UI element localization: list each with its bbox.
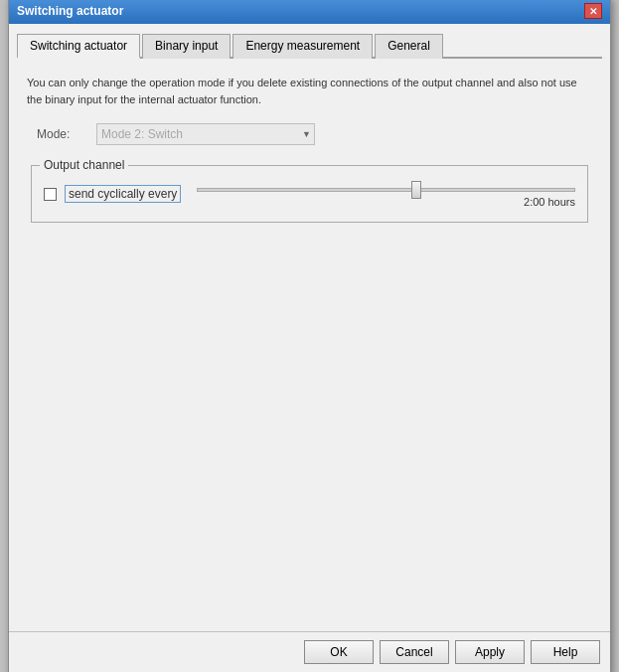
tab-energy-measurement[interactable]: Energy measurement — [232, 34, 373, 59]
cancel-button[interactable]: Cancel — [380, 640, 449, 664]
bottom-bar: OK Cancel Apply Help — [9, 631, 610, 672]
tab-bar: Switching actuator Binary input Energy m… — [17, 32, 602, 59]
mode-label: Mode: — [37, 127, 96, 141]
apply-button[interactable]: Apply — [455, 640, 525, 664]
output-channel-group: Output channel send cyclically every 2:0… — [31, 165, 588, 223]
mode-select-wrapper: Mode 2: Switch — [96, 123, 315, 145]
slider-value: 2:00 hours — [197, 196, 575, 208]
title-bar-controls: ✕ — [584, 3, 602, 19]
tab-general[interactable]: General — [375, 34, 443, 59]
window-title: Switching actuator — [17, 4, 123, 18]
slider-fill — [198, 189, 423, 191]
help-button[interactable]: Help — [531, 640, 600, 664]
mode-row: Mode: Mode 2: Switch — [37, 123, 592, 145]
close-button[interactable]: ✕ — [584, 3, 602, 19]
ok-button[interactable]: OK — [304, 640, 374, 664]
tab-switching-actuator[interactable]: Switching actuator — [17, 34, 140, 59]
title-bar: Switching actuator ✕ — [9, 0, 610, 24]
slider-container: 2:00 hours — [197, 180, 575, 208]
mode-select[interactable]: Mode 2: Switch — [96, 123, 315, 145]
window-body: Switching actuator Binary input Energy m… — [9, 24, 610, 631]
main-window: Switching actuator ✕ Switching actuator … — [8, 0, 611, 672]
slider-thumb[interactable] — [411, 181, 421, 199]
group-box-legend: Output channel — [40, 158, 128, 172]
slider-track[interactable] — [197, 188, 575, 192]
tab-content: You can only change the operation mode i… — [17, 67, 602, 623]
channel-row: send cyclically every 2:00 hours — [44, 180, 575, 208]
send-cyclically-label: send cyclically every — [65, 185, 181, 203]
info-text: You can only change the operation mode i… — [27, 75, 592, 107]
send-cyclically-checkbox[interactable] — [44, 188, 57, 201]
tab-binary-input[interactable]: Binary input — [142, 34, 231, 59]
